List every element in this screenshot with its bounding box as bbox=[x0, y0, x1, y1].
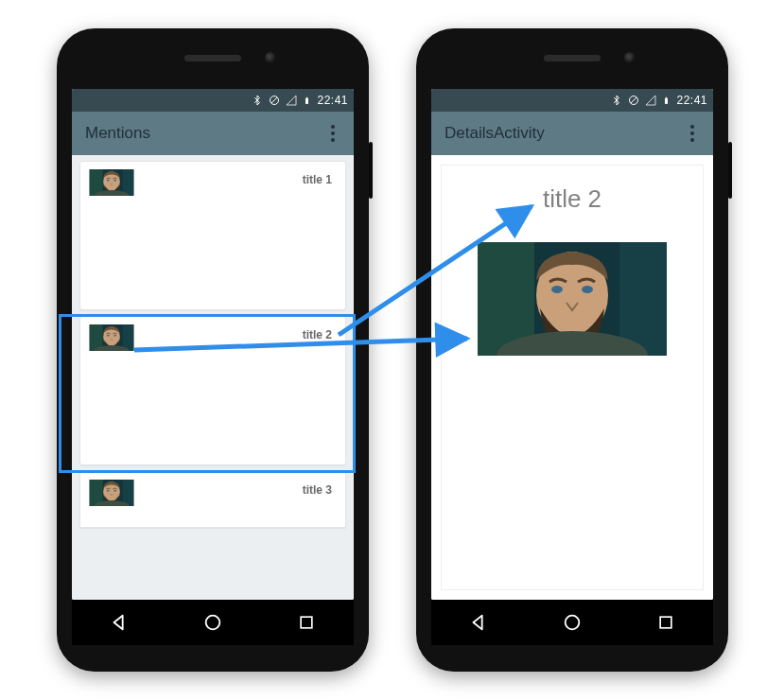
detail-image bbox=[474, 242, 671, 356]
list-item-title: title 2 bbox=[303, 328, 332, 341]
bluetooth-icon bbox=[611, 95, 622, 106]
phone-speaker bbox=[544, 55, 601, 61]
status-bar: 22:41 bbox=[431, 89, 713, 112]
signal-icon bbox=[645, 95, 656, 106]
do-not-disturb-icon bbox=[628, 95, 639, 106]
bluetooth-icon bbox=[252, 95, 263, 106]
android-nav-bar bbox=[431, 600, 713, 645]
svg-rect-12 bbox=[301, 617, 312, 628]
phone-frame-right: 22:41 DetailsActivity title 2 bbox=[416, 28, 728, 672]
home-button[interactable] bbox=[551, 602, 593, 643]
back-button[interactable] bbox=[458, 602, 499, 643]
list-item-thumbnail bbox=[88, 169, 135, 196]
status-time: 22:41 bbox=[676, 94, 707, 107]
list-item[interactable]: title 2 bbox=[79, 316, 346, 465]
status-bar: 22:41 bbox=[72, 89, 354, 112]
svg-point-13 bbox=[566, 616, 580, 630]
recent-apps-button[interactable] bbox=[286, 602, 327, 643]
phone-camera bbox=[624, 52, 636, 63]
list-item-title: title 3 bbox=[303, 483, 332, 497]
overflow-menu-icon[interactable] bbox=[322, 122, 344, 145]
battery-icon bbox=[662, 95, 671, 107]
list-item-thumbnail bbox=[88, 324, 135, 351]
list-content: title 1 title 2 title 3 bbox=[72, 155, 354, 600]
phone-speaker bbox=[184, 55, 241, 61]
page-title: Mentions bbox=[85, 124, 150, 143]
detail-title: title 2 bbox=[442, 184, 703, 214]
app-bar: DetailsActivity bbox=[431, 112, 713, 155]
screen-left: 22:41 Mentions title 1 title 2 title 3 bbox=[72, 89, 354, 600]
do-not-disturb-icon bbox=[269, 95, 280, 106]
detail-content: title 2 bbox=[431, 155, 713, 600]
home-button[interactable] bbox=[192, 602, 234, 643]
phone-frame-left: 22:41 Mentions title 1 title 2 title 3 bbox=[57, 28, 369, 672]
phone-camera bbox=[265, 52, 276, 63]
app-bar: Mentions bbox=[72, 112, 354, 155]
recent-apps-button[interactable] bbox=[645, 602, 687, 643]
screen-right: 22:41 DetailsActivity title 2 bbox=[431, 89, 713, 600]
battery-icon bbox=[303, 95, 311, 107]
list-item-thumbnail bbox=[88, 480, 135, 506]
svg-point-11 bbox=[206, 616, 220, 630]
detail-card: title 2 bbox=[441, 165, 704, 590]
page-title: DetailsActivity bbox=[445, 124, 545, 143]
list-item-title: title 1 bbox=[303, 173, 332, 186]
svg-rect-14 bbox=[660, 617, 671, 628]
list-item[interactable]: title 3 bbox=[79, 471, 346, 528]
status-time: 22:41 bbox=[317, 94, 348, 107]
overflow-menu-icon[interactable] bbox=[681, 122, 704, 145]
android-nav-bar bbox=[72, 600, 354, 645]
list-item[interactable]: title 1 bbox=[79, 161, 346, 310]
signal-icon bbox=[286, 95, 297, 106]
back-button[interactable] bbox=[98, 602, 140, 643]
